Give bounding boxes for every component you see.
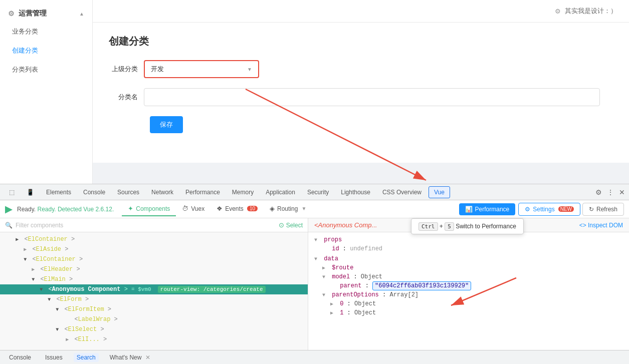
tab-security[interactable]: Security	[302, 187, 334, 198]
route-prop: ▶ $route	[314, 264, 623, 271]
tree-item-elheader[interactable]: ▶ <ElHeader >	[0, 264, 308, 274]
vue-nav-components[interactable]: ✦ Components	[122, 202, 176, 216]
settings-button[interactable]: ⚙ Settings NEW	[518, 203, 580, 216]
parent-options-key: parentOptions	[332, 291, 379, 298]
tab-performance[interactable]: Performance	[180, 187, 225, 198]
id-value: undefined	[350, 245, 382, 252]
tree-item-eli[interactable]: ▶ <ElI... >	[0, 334, 308, 344]
devtools-device-icon[interactable]: 📱	[22, 187, 39, 198]
tab-vue[interactable]: Vue	[429, 186, 450, 198]
sidebar-header: ⚙ 运营管理 ▲	[0, 5, 92, 22]
toggle-icon: ▶	[30, 266, 37, 272]
tab-memory[interactable]: Memory	[227, 187, 259, 198]
tab-network[interactable]: Network	[146, 187, 178, 198]
devtools-toolbar: ⬚ 📱 Elements Console Sources Network Per…	[0, 184, 629, 200]
devtools-settings-icon[interactable]: ⚙	[595, 188, 602, 196]
tree-item-elselect[interactable]: ▼ <ElSelect >	[0, 324, 308, 334]
key5: 5	[445, 222, 454, 231]
tab-application[interactable]: Application	[261, 187, 300, 198]
select-value: 开发	[151, 65, 164, 74]
component-tree: 🔍 ⊙ Select ▶ <ElContainer >	[0, 218, 308, 350]
sidebar-title: 运营管理	[19, 9, 47, 18]
toggle-icon: ▶	[64, 336, 71, 342]
item0-toggle[interactable]: ▶	[330, 301, 336, 307]
components-icon: ✦	[128, 205, 133, 212]
inspect-dom-button[interactable]: <> Inspect DOM	[579, 222, 623, 229]
tree-item-anonymous[interactable]: ▼ <Anonymous Component > = $vm0 router-v…	[0, 284, 308, 294]
status-console[interactable]: Console	[6, 353, 34, 362]
parent-key: parent	[340, 282, 361, 289]
close-icon[interactable]: ✕	[145, 354, 150, 361]
id-prop: id : undefined	[314, 245, 623, 252]
vue-nav-routing[interactable]: ◈ Routing ▼	[264, 202, 312, 216]
item1-value: Object	[354, 309, 376, 316]
category-name-input[interactable]	[144, 88, 600, 106]
routing-label: Routing	[277, 205, 298, 212]
devtools-icons: ⚙ ⋮ ✕	[595, 188, 625, 196]
vue-detected-text: Ready. Detected Vue 2.6.12.	[37, 206, 114, 213]
performance-label: Performance	[475, 206, 510, 213]
tab-console[interactable]: Console	[78, 187, 110, 198]
search-icon: 🔍	[5, 222, 13, 229]
tab-css-overview[interactable]: CSS Overview	[377, 187, 427, 198]
tree-item-elformitem[interactable]: ▼ <ElFormItem >	[0, 304, 308, 314]
status-search[interactable]: Search	[74, 353, 99, 362]
sidebar-item-create[interactable]: 创建分类	[0, 41, 92, 60]
events-badge: 10	[247, 206, 258, 211]
category-name-row: 分类名	[109, 88, 613, 106]
model-prop: ▼ model : Object	[314, 273, 623, 280]
data-toggle[interactable]: ▼	[314, 256, 320, 262]
parent-category-row: 上级分类 开发 ▼	[109, 60, 613, 78]
refresh-button[interactable]: ↻ Refresh	[582, 203, 624, 216]
tooltip-plus: +	[440, 223, 445, 230]
routing-icon: ◈	[270, 205, 275, 212]
tree-item-elcontainer-outer[interactable]: ▶ <ElContainer >	[0, 234, 308, 244]
events-icon: ❖	[217, 205, 223, 212]
tree-item-elaside[interactable]: ▶ <ElAside >	[0, 244, 308, 254]
props-key: props	[324, 236, 342, 243]
item0-value: Object	[354, 300, 376, 307]
refresh-icon: ↻	[589, 206, 594, 213]
devtools-inspect-icon[interactable]: ⬚	[4, 187, 20, 198]
parent-prop: parent : "6094c2ff6ab03f193c139929" Obje…	[314, 282, 623, 289]
tree-item-elmain[interactable]: ▼ <ElMain >	[0, 274, 308, 284]
vue-nav-events[interactable]: ❖ Events 10	[211, 202, 264, 216]
props-section: ▼ props	[314, 236, 623, 243]
route-toggle[interactable]: ▶	[322, 265, 328, 271]
tab-elements[interactable]: Elements	[41, 187, 76, 198]
tab-lighthouse[interactable]: Lighthouse	[336, 187, 375, 198]
id-key: id	[332, 245, 339, 252]
model-toggle[interactable]: ▼	[322, 274, 328, 280]
chevron-up-icon[interactable]: ▲	[79, 11, 84, 17]
page-title: 创建分类	[109, 35, 613, 48]
parent-select[interactable]: 开发 ▼	[144, 60, 259, 78]
tree-item-elcontainer-inner[interactable]: ▼ <ElContainer >	[0, 254, 308, 264]
save-button[interactable]: 保存	[150, 116, 183, 133]
devtools-panel: ⬚ 📱 Elements Console Sources Network Per…	[0, 184, 629, 364]
cursor-icon: ⊙	[279, 221, 284, 229]
devtools-more-icon[interactable]: ⋮	[607, 188, 614, 196]
sidebar-item-business[interactable]: 业务分类	[0, 22, 92, 41]
data-section: ▼ data	[314, 255, 623, 262]
settings-gear-icon: ⚙	[525, 206, 530, 213]
item1-toggle[interactable]: ▶	[330, 310, 336, 316]
sidebar-item-list[interactable]: 分类列表	[0, 60, 92, 79]
select-label: Select	[286, 222, 303, 229]
tab-sources[interactable]: Sources	[112, 187, 144, 198]
ctrl-key: Ctrl	[418, 222, 438, 231]
status-whats-new[interactable]: What's New ✕	[107, 353, 153, 362]
props-toggle[interactable]: ▼	[314, 237, 320, 243]
right-panel-body: ▼ props id : undefined ▼ data	[308, 232, 629, 350]
tree-item-labelwrap[interactable]: <LabelWrap >	[0, 314, 308, 324]
filter-input[interactable]	[16, 222, 279, 229]
tree-filter-row: 🔍 ⊙ Select	[0, 218, 308, 232]
toggle-icon: ▼	[54, 307, 61, 312]
tree-item-elform[interactable]: ▼ <ElForm >	[0, 294, 308, 304]
performance-button[interactable]: 📊 Performance	[459, 203, 516, 215]
select-button[interactable]: ⊙ Select	[279, 221, 303, 229]
vue-nav-vuex[interactable]: ⏱ Vuex	[176, 202, 211, 216]
devtools-close-icon[interactable]: ✕	[619, 188, 625, 196]
parent-options-toggle[interactable]: ▼	[322, 292, 328, 298]
status-issues[interactable]: Issues	[42, 353, 66, 362]
components-label: Components	[136, 205, 170, 212]
